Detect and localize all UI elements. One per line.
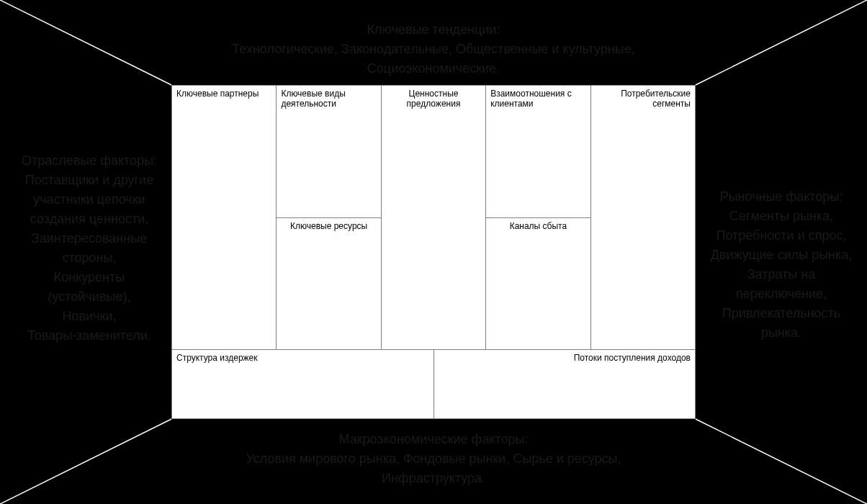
top-trends-line: Социоэкономические. (0, 59, 867, 78)
top-trends-title: Ключевые тенденции: (0, 20, 867, 40)
label-cost-structure: Структура издержек (176, 353, 429, 363)
left-industry-line: участники цепочки (17, 190, 161, 210)
bottom-macro-line: Условия мирового рынка, Фондовые рынки, … (0, 449, 867, 469)
left-industry-line: Заинтересованные (17, 229, 161, 248)
cell-key-activities: Ключевые виды деятельности (277, 86, 381, 218)
left-industry-title: Отраслевые факторы: (17, 151, 161, 171)
right-market-title: Рыночные факторы: (701, 187, 861, 207)
bottom-macro-block: Макроэкономические факторы: Условия миро… (0, 430, 867, 488)
label-channels: Каналы сбыта (490, 221, 585, 231)
left-industry-line: Новички, (17, 307, 161, 326)
cell-key-resources: Ключевые ресурсы (277, 218, 381, 351)
bottom-macro-title: Макроэкономические факторы: (0, 430, 867, 449)
right-market-block: Рыночные факторы: Сегменты рынка, Потреб… (701, 187, 861, 343)
environment-frame: Ключевые тенденции: Технологические, Зак… (0, 0, 867, 504)
cell-customer-relationships: Взаимоотношения с клиентами (486, 86, 590, 218)
right-market-line: Движущие силы рынка, (701, 246, 861, 265)
cell-value-propositions: Ценностные предложения (382, 86, 486, 350)
bottom-macro-line: Инфраструктура. (0, 469, 867, 488)
label-key-partners: Ключевые партнеры (176, 89, 271, 99)
label-customer-segments: Потребительские сегменты (596, 89, 691, 109)
left-industry-line: стороны, (17, 248, 161, 268)
left-industry-line: Товары-заменители. (17, 326, 161, 346)
left-industry-line: создания ценности, (17, 210, 161, 229)
left-industry-line: Поставщики и другие (17, 171, 161, 190)
business-model-canvas: Ключевые партнеры Ключевые виды деятельн… (171, 85, 696, 419)
label-customer-relationships: Взаимоотношения с клиентами (490, 89, 585, 109)
label-key-activities: Ключевые виды деятельности (281, 89, 376, 109)
top-trends-block: Ключевые тенденции: Технологические, Зак… (0, 20, 867, 78)
cell-revenue-streams: Потоки поступления доходов (434, 350, 696, 419)
left-industry-line: (устойчивые), (17, 287, 161, 307)
top-trends-line: Технологические, Законодательные, Общест… (0, 40, 867, 59)
right-market-line: переключение, (701, 284, 861, 304)
left-industry-line: Конкуренты (17, 268, 161, 287)
cell-cost-structure: Структура издержек (172, 350, 434, 419)
right-market-line: Потребности и спрос, (701, 226, 861, 246)
right-market-line: Затраты на (701, 265, 861, 284)
cell-customer-segments: Потребительские сегменты (591, 86, 696, 350)
left-industry-block: Отраслевые факторы: Поставщики и другие … (17, 151, 161, 346)
cell-channels: Каналы сбыта (486, 218, 590, 351)
right-market-line: Сегменты рынка, (701, 207, 861, 226)
label-key-resources: Ключевые ресурсы (281, 221, 376, 231)
cell-key-partners: Ключевые партнеры (172, 86, 277, 350)
right-market-line: Привлекательность рынка. (701, 304, 861, 343)
label-revenue-streams: Потоки поступления доходов (439, 353, 691, 363)
label-value-propositions: Ценностные предложения (386, 89, 481, 109)
